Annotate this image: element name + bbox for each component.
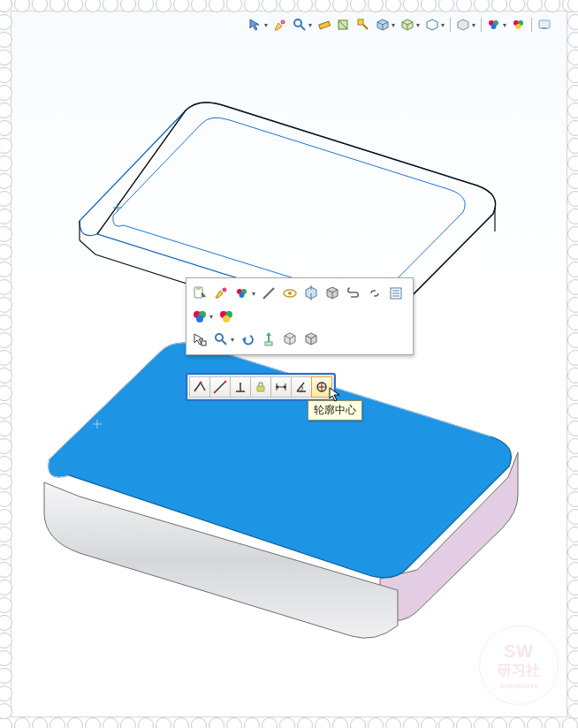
svg-point-69: [224, 381, 227, 383]
hide-show-icon[interactable]: [456, 18, 470, 32]
perpendicular-relation-icon[interactable]: [230, 376, 251, 398]
cursor-select-icon[interactable]: [192, 331, 208, 347]
dropdown-arrow-icon[interactable]: ▾: [503, 21, 506, 29]
section-icon[interactable]: [337, 18, 351, 32]
svg-marker-12: [427, 19, 437, 30]
svg-point-66: [200, 382, 202, 384]
dropdown-arrow-icon[interactable]: ▾: [308, 21, 312, 29]
heads-up-toolbar: ▾ ▾ ▾ ▾ ▾ ▾ ▾: [248, 14, 551, 35]
box-icon[interactable]: [282, 331, 298, 347]
magnifier-icon[interactable]: [293, 18, 307, 32]
context-row-2: ▾: [192, 305, 407, 328]
clip-icon[interactable]: [346, 285, 361, 301]
highlight-icon[interactable]: [273, 18, 287, 32]
normal-to-icon[interactable]: [303, 285, 319, 301]
horizontal-relation-icon[interactable]: [209, 376, 231, 398]
paste-icon[interactable]: [192, 285, 208, 301]
context-toolbar: ▾ ▾ ▾: [186, 277, 414, 355]
single-ball-icon[interactable]: [218, 308, 234, 324]
svg-rect-59: [265, 342, 272, 345]
list-icon[interactable]: [388, 285, 404, 301]
display-pane-icon[interactable]: [537, 18, 551, 32]
dropdown-arrow-icon[interactable]: ▾: [392, 21, 395, 29]
undo-icon[interactable]: [240, 331, 255, 347]
dropdown-arrow-icon[interactable]: ▾: [252, 290, 255, 298]
edit-appearance-icon[interactable]: [512, 18, 526, 32]
move-icon[interactable]: [261, 331, 277, 347]
separator: [481, 18, 482, 32]
svg-line-3: [300, 26, 305, 30]
svg-point-48: [196, 315, 203, 322]
app-stage: ▾ ▾ ▾ ▾ ▾ ▾ ▾: [0, 0, 578, 728]
coincident-relation-icon[interactable]: [189, 376, 210, 398]
link-icon[interactable]: [367, 285, 383, 301]
apply-scene-icon[interactable]: [487, 18, 501, 32]
svg-point-19: [516, 24, 521, 29]
angle-relation-icon[interactable]: [291, 376, 312, 398]
svg-rect-21: [542, 27, 547, 29]
display-style-icon[interactable]: [425, 18, 439, 32]
svg-point-54: [216, 334, 223, 341]
svg-marker-0: [250, 19, 259, 30]
svg-rect-72: [257, 386, 264, 391]
svg-point-1: [281, 20, 285, 24]
cube-view-icon[interactable]: [376, 18, 390, 32]
svg-point-81: [321, 386, 323, 389]
svg-line-64: [194, 383, 201, 391]
svg-marker-13: [458, 19, 468, 30]
svg-point-68: [214, 391, 217, 394]
colorwheel-icon[interactable]: [234, 285, 250, 301]
dimension-relation-icon[interactable]: [270, 376, 292, 398]
svg-line-65: [201, 383, 205, 391]
eye-icon[interactable]: [282, 285, 298, 301]
rgb-balls-icon[interactable]: [192, 308, 208, 324]
svg-line-34: [263, 288, 274, 299]
svg-point-36: [288, 292, 292, 295]
tooltip: 轮廓中心: [308, 400, 362, 421]
svg-point-30: [223, 288, 226, 292]
dropdown-arrow-icon[interactable]: ▾: [264, 21, 268, 29]
separator: [450, 18, 451, 32]
fix-relation-icon[interactable]: [250, 376, 271, 398]
view-orientation-icon[interactable]: [400, 18, 414, 32]
cube-icon[interactable]: [324, 285, 340, 301]
svg-point-16: [491, 24, 497, 29]
line-icon[interactable]: [261, 285, 277, 301]
svg-marker-58: [266, 332, 271, 336]
dropdown-arrow-icon[interactable]: ▾: [416, 21, 420, 29]
svg-rect-4: [319, 21, 331, 29]
appearance-icon[interactable]: [356, 18, 370, 32]
brush-icon[interactable]: [213, 285, 229, 301]
box2-icon[interactable]: [303, 331, 319, 347]
relations-toolbar: [186, 373, 336, 401]
profile-center-relation-icon[interactable]: [311, 376, 332, 398]
zoom-icon[interactable]: [213, 331, 229, 347]
context-row-3: ▾: [192, 328, 407, 351]
tooltip-text: 轮廓中心: [314, 404, 356, 416]
dropdown-arrow-icon[interactable]: ▾: [231, 336, 234, 344]
svg-point-51: [223, 315, 230, 322]
svg-point-2: [294, 19, 301, 27]
context-row-1: ▾: [192, 282, 407, 305]
svg-line-55: [222, 340, 226, 345]
dropdown-arrow-icon[interactable]: ▾: [209, 313, 213, 321]
dropdown-arrow-icon[interactable]: ▾: [472, 21, 475, 29]
separator: [531, 18, 532, 32]
svg-line-67: [215, 382, 225, 392]
svg-rect-53: [202, 341, 206, 345]
measure-icon[interactable]: [317, 18, 331, 32]
svg-rect-7: [358, 19, 363, 25]
svg-point-33: [240, 292, 245, 298]
dropdown-arrow-icon[interactable]: ▾: [441, 21, 445, 29]
select-over-geometry-icon[interactable]: [248, 18, 262, 32]
svg-rect-20: [539, 20, 550, 28]
